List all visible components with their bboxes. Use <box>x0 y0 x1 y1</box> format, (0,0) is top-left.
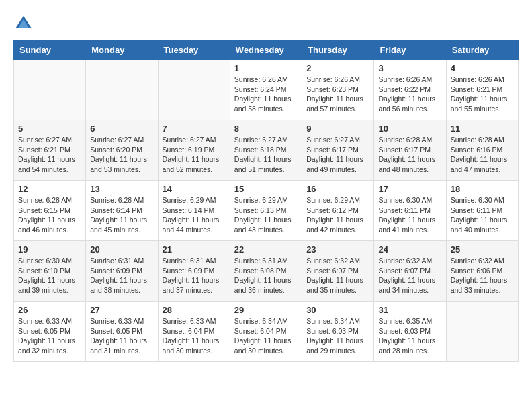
day-number: 3 <box>378 63 441 73</box>
day-number: 14 <box>163 184 226 194</box>
day-info: Sunrise: 6:26 AMSunset: 6:21 PMDaylight:… <box>451 75 508 113</box>
day-number: 21 <box>163 244 226 255</box>
day-info: Sunrise: 6:32 AMSunset: 6:07 PMDaylight:… <box>378 257 435 294</box>
day-number: 22 <box>234 244 298 255</box>
day-number: 29 <box>234 305 298 315</box>
calendar-cell: 1 Sunrise: 6:26 AMSunset: 6:24 PMDayligh… <box>230 60 302 120</box>
day-number: 10 <box>378 124 441 134</box>
weekday-header: Friday <box>374 41 446 60</box>
day-info: Sunrise: 6:27 AMSunset: 6:19 PMDaylight:… <box>163 136 220 173</box>
calendar-week-row: 26 Sunrise: 6:33 AMSunset: 6:05 PMDaylig… <box>14 302 519 362</box>
calendar-cell: 4 Sunrise: 6:26 AMSunset: 6:21 PMDayligh… <box>446 60 518 120</box>
calendar-cell: 12 Sunrise: 6:28 AMSunset: 6:15 PMDaylig… <box>14 181 86 241</box>
day-info: Sunrise: 6:27 AMSunset: 6:20 PMDaylight:… <box>90 136 147 173</box>
day-info: Sunrise: 6:35 AMSunset: 6:03 PMDaylight:… <box>378 317 435 355</box>
day-info: Sunrise: 6:33 AMSunset: 6:05 PMDaylight:… <box>90 317 147 355</box>
day-info: Sunrise: 6:29 AMSunset: 6:13 PMDaylight:… <box>234 196 292 234</box>
calendar-cell: 6 Sunrise: 6:27 AMSunset: 6:20 PMDayligh… <box>86 120 158 181</box>
calendar-week-row: 1 Sunrise: 6:26 AMSunset: 6:24 PMDayligh… <box>14 60 519 120</box>
calendar-cell: 7 Sunrise: 6:27 AMSunset: 6:19 PMDayligh… <box>158 120 230 181</box>
calendar-cell: 19 Sunrise: 6:30 AMSunset: 6:10 PMDaylig… <box>14 241 86 302</box>
day-number: 13 <box>90 184 153 194</box>
calendar-cell <box>14 60 86 120</box>
day-number: 24 <box>378 244 441 255</box>
weekday-header: Sunday <box>14 41 86 60</box>
calendar-cell: 13 Sunrise: 6:28 AMSunset: 6:14 PMDaylig… <box>86 181 158 241</box>
calendar-cell <box>446 302 518 362</box>
day-number: 15 <box>234 184 298 194</box>
day-info: Sunrise: 6:34 AMSunset: 6:03 PMDaylight:… <box>306 317 363 355</box>
day-number: 6 <box>90 124 153 134</box>
calendar-cell <box>86 60 158 120</box>
day-number: 23 <box>306 244 369 255</box>
day-number: 2 <box>306 63 369 73</box>
logo-icon <box>13 13 34 34</box>
day-info: Sunrise: 6:28 AMSunset: 6:17 PMDaylight:… <box>378 136 435 173</box>
calendar-cell: 18 Sunrise: 6:30 AMSunset: 6:11 PMDaylig… <box>446 181 518 241</box>
day-info: Sunrise: 6:26 AMSunset: 6:23 PMDaylight:… <box>306 75 363 113</box>
calendar-cell: 23 Sunrise: 6:32 AMSunset: 6:07 PMDaylig… <box>302 241 374 302</box>
calendar-cell: 22 Sunrise: 6:31 AMSunset: 6:08 PMDaylig… <box>230 241 302 302</box>
calendar-cell: 21 Sunrise: 6:31 AMSunset: 6:09 PMDaylig… <box>158 241 230 302</box>
calendar-cell: 9 Sunrise: 6:27 AMSunset: 6:17 PMDayligh… <box>302 120 374 181</box>
calendar-header-row: SundayMondayTuesdayWednesdayThursdayFrid… <box>14 41 519 60</box>
day-number: 1 <box>234 63 298 73</box>
day-number: 17 <box>378 184 441 194</box>
page-header <box>13 13 519 34</box>
day-number: 28 <box>163 305 226 315</box>
day-info: Sunrise: 6:33 AMSunset: 6:04 PMDaylight:… <box>163 317 220 355</box>
day-info: Sunrise: 6:27 AMSunset: 6:21 PMDaylight:… <box>18 136 75 173</box>
day-number: 7 <box>163 124 226 134</box>
day-info: Sunrise: 6:33 AMSunset: 6:05 PMDaylight:… <box>18 317 75 355</box>
day-number: 25 <box>451 244 514 255</box>
calendar-cell: 26 Sunrise: 6:33 AMSunset: 6:05 PMDaylig… <box>14 302 86 362</box>
day-info: Sunrise: 6:28 AMSunset: 6:16 PMDaylight:… <box>451 136 508 173</box>
day-number: 9 <box>306 124 369 134</box>
calendar-cell: 11 Sunrise: 6:28 AMSunset: 6:16 PMDaylig… <box>446 120 518 181</box>
day-number: 5 <box>18 124 81 134</box>
calendar-week-row: 19 Sunrise: 6:30 AMSunset: 6:10 PMDaylig… <box>14 241 519 302</box>
calendar-cell: 17 Sunrise: 6:30 AMSunset: 6:11 PMDaylig… <box>374 181 446 241</box>
calendar-cell: 20 Sunrise: 6:31 AMSunset: 6:09 PMDaylig… <box>86 241 158 302</box>
day-number: 30 <box>306 305 369 315</box>
calendar-week-row: 12 Sunrise: 6:28 AMSunset: 6:15 PMDaylig… <box>14 181 519 241</box>
day-info: Sunrise: 6:31 AMSunset: 6:09 PMDaylight:… <box>90 257 147 294</box>
day-info: Sunrise: 6:28 AMSunset: 6:15 PMDaylight:… <box>18 196 75 234</box>
day-info: Sunrise: 6:32 AMSunset: 6:06 PMDaylight:… <box>451 257 508 294</box>
day-number: 8 <box>234 124 298 134</box>
weekday-header: Thursday <box>302 41 374 60</box>
day-number: 27 <box>90 305 153 315</box>
calendar-cell: 27 Sunrise: 6:33 AMSunset: 6:05 PMDaylig… <box>86 302 158 362</box>
day-info: Sunrise: 6:26 AMSunset: 6:22 PMDaylight:… <box>378 75 435 113</box>
day-number: 11 <box>451 124 514 134</box>
calendar-cell: 30 Sunrise: 6:34 AMSunset: 6:03 PMDaylig… <box>302 302 374 362</box>
day-info: Sunrise: 6:26 AMSunset: 6:24 PMDaylight:… <box>234 75 292 113</box>
calendar-cell: 25 Sunrise: 6:32 AMSunset: 6:06 PMDaylig… <box>446 241 518 302</box>
day-info: Sunrise: 6:30 AMSunset: 6:11 PMDaylight:… <box>451 196 508 234</box>
day-info: Sunrise: 6:30 AMSunset: 6:10 PMDaylight:… <box>18 257 75 294</box>
calendar-cell: 8 Sunrise: 6:27 AMSunset: 6:18 PMDayligh… <box>230 120 302 181</box>
day-info: Sunrise: 6:31 AMSunset: 6:09 PMDaylight:… <box>163 257 220 294</box>
day-info: Sunrise: 6:32 AMSunset: 6:07 PMDaylight:… <box>306 257 363 294</box>
day-number: 31 <box>378 305 441 315</box>
day-number: 26 <box>18 305 81 315</box>
day-info: Sunrise: 6:29 AMSunset: 6:14 PMDaylight:… <box>163 196 220 234</box>
day-info: Sunrise: 6:31 AMSunset: 6:08 PMDaylight:… <box>234 257 292 294</box>
day-info: Sunrise: 6:27 AMSunset: 6:18 PMDaylight:… <box>234 136 292 173</box>
day-info: Sunrise: 6:27 AMSunset: 6:17 PMDaylight:… <box>306 136 363 173</box>
day-info: Sunrise: 6:30 AMSunset: 6:11 PMDaylight:… <box>378 196 435 234</box>
calendar-cell: 2 Sunrise: 6:26 AMSunset: 6:23 PMDayligh… <box>302 60 374 120</box>
weekday-header: Wednesday <box>230 41 302 60</box>
day-info: Sunrise: 6:29 AMSunset: 6:12 PMDaylight:… <box>306 196 363 234</box>
calendar-cell: 15 Sunrise: 6:29 AMSunset: 6:13 PMDaylig… <box>230 181 302 241</box>
day-number: 20 <box>90 244 153 255</box>
calendar-cell: 14 Sunrise: 6:29 AMSunset: 6:14 PMDaylig… <box>158 181 230 241</box>
calendar-cell: 16 Sunrise: 6:29 AMSunset: 6:12 PMDaylig… <box>302 181 374 241</box>
calendar-week-row: 5 Sunrise: 6:27 AMSunset: 6:21 PMDayligh… <box>14 120 519 181</box>
calendar-cell: 24 Sunrise: 6:32 AMSunset: 6:07 PMDaylig… <box>374 241 446 302</box>
calendar-cell: 10 Sunrise: 6:28 AMSunset: 6:17 PMDaylig… <box>374 120 446 181</box>
weekday-header: Tuesday <box>158 41 230 60</box>
calendar-cell: 29 Sunrise: 6:34 AMSunset: 6:04 PMDaylig… <box>230 302 302 362</box>
calendar-table: SundayMondayTuesdayWednesdayThursdayFrid… <box>13 40 519 362</box>
logo <box>13 13 36 34</box>
